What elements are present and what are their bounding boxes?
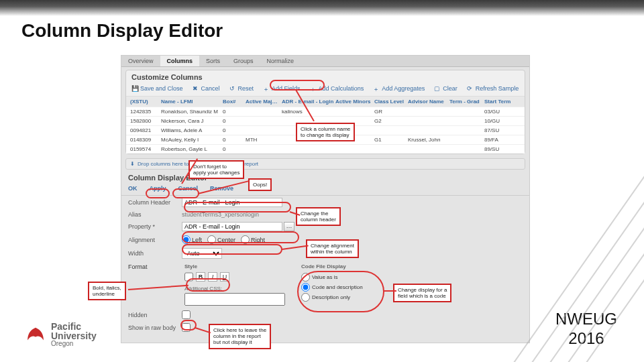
showraw-checkbox[interactable] — [182, 323, 191, 332]
cell-term — [449, 146, 483, 152]
cell-advisor — [408, 127, 448, 133]
table-row[interactable]: 0159574Robertson, Gayle L089/SU — [126, 144, 525, 154]
apply-button[interactable]: Apply — [150, 185, 166, 192]
alias-value: studentTerms3_xpersonlogin — [182, 211, 259, 218]
cell-majors — [246, 118, 280, 124]
tabrow: Overview Columns Sorts Groups Normalize — [121, 56, 529, 67]
align-right-radio[interactable] — [241, 235, 250, 244]
col-term[interactable]: Term - Grad — [449, 99, 483, 105]
callout-biu: Bold, italics, underline — [88, 282, 126, 300]
cell-minors — [335, 118, 373, 124]
showraw-label: Show in raw body — [128, 324, 182, 331]
add-calc-button[interactable]: ＋Add Calculations — [310, 85, 364, 92]
align-center-label: Center — [217, 237, 235, 243]
brand-logo: Pacific University Oregon — [24, 322, 97, 347]
col-start[interactable]: Start Term — [484, 99, 517, 105]
property-picker-button[interactable]: … — [284, 222, 294, 231]
tab-normalize[interactable]: Normalize — [260, 56, 301, 66]
table-row[interactable]: 0094821Williams, Adele A087/SU — [126, 125, 525, 135]
hidden-checkbox[interactable] — [182, 310, 191, 319]
reset-button[interactable]: ↺Reset — [229, 85, 254, 92]
table-row[interactable]: 1582800Nickerson, Cara J0G210/GU — [126, 116, 525, 125]
bold-button[interactable]: B — [196, 272, 205, 282]
save-close-button[interactable]: 💾Save and Close — [131, 85, 183, 92]
cell-start: 89/SU — [484, 146, 517, 152]
tab-sorts[interactable]: Sorts — [199, 56, 227, 66]
cell-advisor — [408, 146, 448, 152]
table-row[interactable]: 0148309McAuley, Kelly I0MTHG1Krussel, Jo… — [126, 135, 525, 144]
customize-title: Customize Columns — [126, 70, 525, 82]
hidden-label: Hidden — [128, 312, 182, 318]
cell-majors — [246, 127, 280, 133]
remove-button[interactable]: Remove — [210, 185, 233, 192]
cancel2-button[interactable]: Cancel — [178, 185, 199, 192]
code-opt-desconly[interactable]: Description only — [301, 292, 442, 302]
code-radio-1[interactable] — [301, 273, 310, 282]
align-left-label: Left — [192, 237, 202, 243]
ok-button[interactable]: OK — [128, 185, 138, 192]
alignment-group: Left Center Right — [182, 235, 265, 244]
cell-minors — [335, 127, 373, 133]
cell-box: 0 — [223, 137, 244, 143]
col-advisor[interactable]: Advisor Name — [408, 99, 448, 105]
col-minors[interactable]: Active Minors — [335, 99, 373, 105]
col-box[interactable]: Box# — [223, 99, 244, 105]
property-input[interactable] — [182, 222, 282, 231]
biu-checkbox[interactable] — [184, 272, 193, 282]
add-fields-button[interactable]: ＋Add Fields — [263, 85, 301, 92]
drop-columns-bar[interactable]: ⬇ Drop columns here to remove them from … — [125, 158, 525, 170]
cell-name: McAuley, Kelly I — [161, 137, 221, 143]
refresh-button[interactable]: ⟳Refresh Sample — [467, 85, 519, 92]
cell-majors — [246, 109, 280, 115]
table-row[interactable]: 1242835Ronaldson, Shaundiz M0kalinowsGR0… — [126, 107, 525, 116]
cancel-button[interactable]: ✖Cancel — [193, 85, 220, 92]
tab-overview[interactable]: Overview — [121, 56, 160, 66]
col-xstu[interactable]: (XSTU) — [130, 99, 160, 105]
code-radio-2[interactable] — [301, 283, 310, 292]
cancel-icon: ✖ — [193, 85, 199, 92]
cell-box: 0 — [223, 127, 244, 133]
italic-button[interactable]: I — [208, 272, 217, 282]
editor-section-title: Column Display Editor — [121, 170, 529, 183]
row-showraw: Show in raw body — [121, 321, 529, 334]
cell-name: Williams, Adele A — [161, 127, 221, 133]
cell-box: 0 — [223, 118, 244, 124]
cell-advisor — [408, 109, 448, 115]
code-opt-valueasis[interactable]: Value as is — [301, 272, 442, 282]
clear-label: Clear — [443, 85, 458, 92]
add-fields-label: Add Fields — [272, 85, 301, 92]
clear-button[interactable]: ▢Clear — [434, 85, 458, 92]
event-name: NWEUG 2016 — [555, 310, 617, 349]
cell-box: 0 — [223, 109, 244, 115]
code-radio-3[interactable] — [301, 293, 310, 302]
cell-email — [282, 137, 334, 143]
cell-term — [449, 109, 483, 115]
add-calc-label: Add Calculations — [319, 85, 364, 92]
customize-card: Customize Columns 💾Save and Close ✖Cance… — [125, 70, 525, 154]
align-center[interactable]: Center — [207, 235, 235, 244]
cell-term — [449, 137, 483, 143]
cell-start: 87/SU — [484, 127, 517, 133]
cell-email — [282, 127, 334, 133]
align-right[interactable]: Right — [241, 235, 265, 244]
align-left[interactable]: Left — [182, 235, 202, 244]
col-class[interactable]: Class Level — [374, 99, 407, 105]
addl-css-input[interactable] — [184, 293, 285, 306]
code-opt-codeanddesc[interactable]: Code and description — [301, 282, 442, 292]
align-left-radio[interactable] — [182, 235, 191, 244]
column-header-input[interactable] — [182, 198, 282, 207]
cell-name: Nickerson, Cara J — [161, 118, 221, 124]
width-select[interactable]: Auto — [182, 248, 222, 259]
cell-email: kalinows — [282, 109, 334, 115]
cell-minors — [335, 109, 373, 115]
col-majors[interactable]: Active Majors — [246, 99, 280, 105]
align-center-radio[interactable] — [207, 235, 216, 244]
tab-groups[interactable]: Groups — [227, 56, 260, 66]
col-name[interactable]: Name - LFMI — [161, 99, 221, 105]
cell-id: 1242835 — [130, 109, 160, 115]
tab-columns[interactable]: Columns — [160, 56, 200, 66]
add-agg-button[interactable]: ＋Add Aggregates — [373, 85, 425, 92]
cell-start: 10/GU — [484, 118, 517, 124]
underline-button[interactable]: U — [220, 272, 229, 282]
col-email[interactable]: ADR - E-mail - Login — [282, 99, 334, 105]
